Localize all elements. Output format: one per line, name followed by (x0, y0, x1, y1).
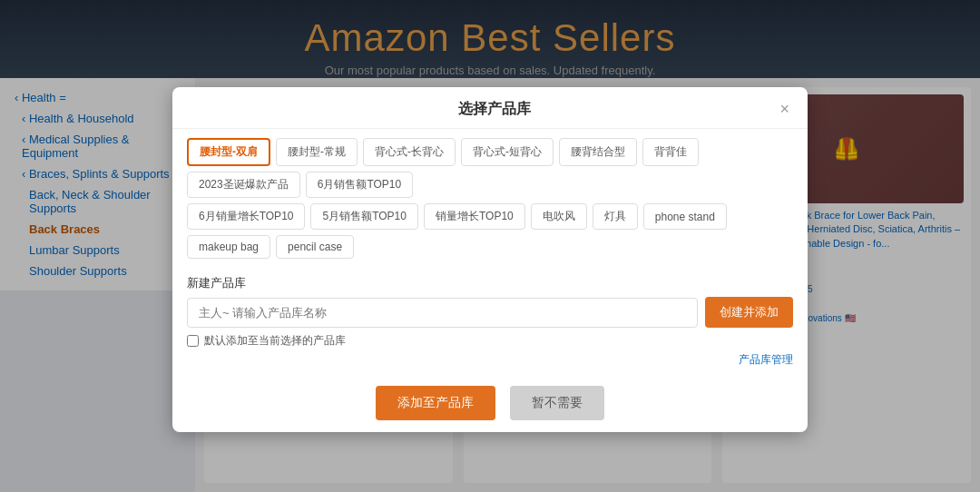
tags-row-2: 6月销量增长TOP10 5月销售额TOP10 销量增长TOP10 电吹风 灯具 … (187, 203, 793, 259)
checkbox-row: 默认添加至当前选择的产品库 (187, 333, 793, 349)
tag-lamp[interactable]: 灯具 (593, 203, 638, 230)
create-and-add-button[interactable]: 创建并添加 (705, 297, 793, 328)
tag-phone-stand[interactable]: phone stand (643, 203, 727, 230)
new-library-section: 新建产品库 创建并添加 默认添加至当前选择的产品库 产品库管理 (172, 270, 808, 375)
modal-title: 选择产品库 (209, 100, 779, 119)
tag-hair-dryer[interactable]: 电吹风 (531, 203, 587, 230)
tags-row-1: 腰封型-双肩 腰封型-常规 背心式-长背心 背心式-短背心 腰背结合型 背背佳 … (187, 138, 793, 198)
cancel-modal-button[interactable]: 暂不需要 (510, 386, 604, 420)
tag-regular[interactable]: 腰封型-常规 (276, 138, 358, 166)
modal-footer: 添加至产品库 暂不需要 (172, 375, 808, 435)
tag-double-shoulder[interactable]: 腰封型-双肩 (187, 138, 270, 166)
default-library-checkbox[interactable] (187, 335, 199, 347)
modal-dialog: 选择产品库 × 腰封型-双肩 腰封型-常规 背心式-长背心 背心式-短背心 腰背… (172, 87, 808, 432)
modal-close-button[interactable]: × (779, 100, 789, 119)
tag-june-top10[interactable]: 6月销售额TOP10 (306, 172, 413, 198)
modal-header: 选择产品库 × (172, 87, 808, 129)
tag-makeup-bag[interactable]: makeup bag (187, 235, 270, 259)
tag-pencil-case[interactable]: pencil case (276, 235, 354, 259)
tag-growth-top10[interactable]: 销量增长TOP10 (424, 203, 525, 230)
new-library-label: 新建产品库 (187, 275, 793, 291)
tag-may-top10[interactable]: 5月销售额TOP10 (310, 203, 417, 230)
new-library-input-row: 创建并添加 (187, 297, 793, 328)
add-to-library-modal-button[interactable]: 添加至产品库 (376, 386, 495, 420)
tag-long-vest[interactable]: 背心式-长背心 (363, 138, 456, 166)
tag-short-vest[interactable]: 背心式-短背心 (461, 138, 554, 166)
tags-area: 腰封型-双肩 腰封型-常规 背心式-长背心 背心式-短背心 腰背结合型 背背佳 … (172, 129, 808, 270)
tag-xmas[interactable]: 2023圣诞爆款产品 (187, 172, 300, 198)
tag-combined[interactable]: 腰背结合型 (559, 138, 637, 166)
tag-beibei[interactable]: 背背佳 (642, 138, 699, 166)
checkbox-label: 默认添加至当前选择的产品库 (204, 333, 346, 349)
modal-overlay: 选择产品库 × 腰封型-双肩 腰封型-常规 背心式-长背心 背心式-短背心 腰背… (0, 0, 980, 492)
new-library-input[interactable] (187, 298, 698, 328)
library-manage-link[interactable]: 产品库管理 (187, 352, 793, 368)
tag-june-growth[interactable]: 6月销量增长TOP10 (187, 203, 305, 230)
